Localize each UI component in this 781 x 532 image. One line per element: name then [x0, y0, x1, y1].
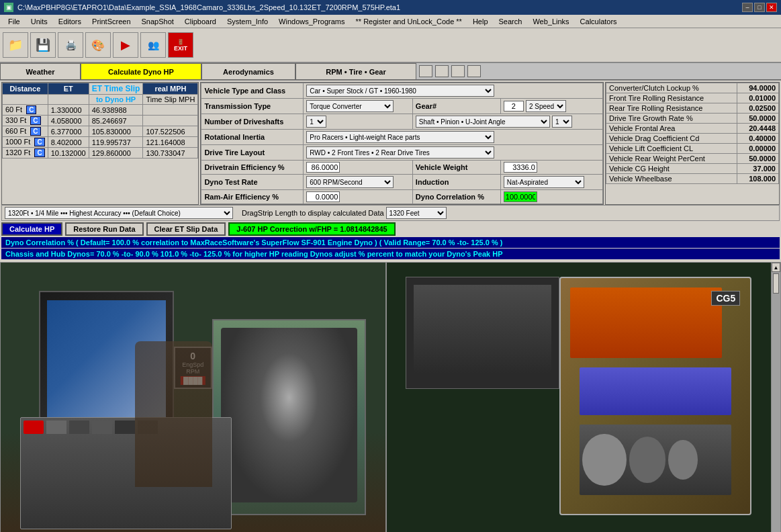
- print-icon[interactable]: 🖨️: [58, 32, 83, 58]
- tab-weather[interactable]: Weather: [0, 63, 81, 80]
- empty-cell2: [48, 95, 89, 105]
- et-table: Distance ET ET Time Slip real MPH to Dyn…: [1, 82, 199, 205]
- exit-button[interactable]: 🚪 EXIT: [168, 32, 193, 58]
- dragstrip-row-label: 1320Ft • 1/4 Mile ••• Highest Accuracy •…: [5, 207, 233, 219]
- save-icon[interactable]: 💾: [30, 32, 56, 58]
- tab-aero[interactable]: Aerodynamics: [201, 63, 295, 80]
- restore-button[interactable]: Restore Run Data: [65, 222, 143, 236]
- row-60ft-slip: 46.938988: [89, 105, 143, 116]
- clear-button[interactable]: Clear ET Slip Data: [146, 222, 226, 236]
- shaft-num-select[interactable]: 1: [552, 116, 572, 128]
- tab-rpm[interactable]: RPM • Tire • Gear: [295, 63, 416, 80]
- menu-register[interactable]: ** Register and UnLock_Code **: [351, 17, 467, 26]
- section-top: Distance ET ET Time Slip real MPH to Dyn…: [1, 82, 780, 205]
- vehicle-frontal-label: Vehicle Frontal Area: [606, 124, 737, 134]
- color-icon[interactable]: 🎨: [85, 32, 111, 58]
- tab-btn-1[interactable]: [419, 65, 432, 77]
- console-btn-5: [115, 420, 135, 434]
- ram-air-input[interactable]: [306, 191, 340, 202]
- menu-snapshot[interactable]: SnapShot: [136, 17, 179, 26]
- tab-btn-4[interactable]: [467, 65, 481, 77]
- menu-clipboard[interactable]: Clipboard: [179, 17, 222, 26]
- menu-bar: File Units Editors PrintScreen SnapShot …: [0, 15, 781, 28]
- gear-value-cell: 2 Speed: [500, 99, 602, 114]
- real-mph-header: real MPH: [143, 83, 198, 95]
- row-330ft-et: 4.058000: [48, 116, 89, 126]
- menu-help[interactable]: Help: [467, 17, 494, 26]
- photo-engine-bay: [212, 319, 366, 516]
- row-1000ft-slip: 119.995737: [89, 137, 143, 148]
- vehicle-lift-value: 0.00000: [737, 144, 778, 154]
- console-btn-1: [24, 420, 44, 434]
- row-1000ft-dist: 1000 Ft C: [3, 137, 48, 148]
- drivetrain-eff-label: Drivetrain Efficiency %: [201, 161, 304, 175]
- engine-bay-left: [406, 277, 559, 389]
- row-1320ft-et: 10.132000: [48, 148, 89, 159]
- row-330ft-dist: 330 Ft C: [3, 116, 48, 126]
- menu-sysinfo[interactable]: System_Info: [222, 17, 273, 26]
- row-60ft-et: 1.330000: [48, 105, 89, 116]
- menu-search[interactable]: Search: [494, 17, 528, 26]
- tab-calc[interactable]: Calculate Dyno HP: [81, 63, 201, 80]
- maximize-button[interactable]: □: [754, 3, 765, 12]
- rot-inertia-select[interactable]: Pro Racers • Light-weight Race parts: [306, 131, 494, 143]
- vehicle-cg-label: Vehicle CG Height: [606, 164, 737, 174]
- scroll-up-arrow[interactable]: ▲: [772, 263, 780, 272]
- menu-printscreen[interactable]: PrintScreen: [87, 17, 136, 26]
- dragstrip-accuracy-select[interactable]: 1320Ft • 1/4 Mile ••• Highest Accuracy •…: [5, 207, 233, 219]
- vehicle-type-select[interactable]: Car • Super Stock / GT • 1960-1980: [306, 85, 494, 97]
- c-btn-1320ft[interactable]: C: [34, 148, 44, 157]
- row-330ft-slip: 85.246697: [89, 116, 143, 126]
- menu-file[interactable]: File: [3, 17, 26, 26]
- play-icon[interactable]: ▶: [113, 32, 138, 58]
- vehicle-weight-input[interactable]: [504, 162, 537, 173]
- vehicle-drag-value: 0.40000: [737, 134, 778, 144]
- status-text-2: Chassis and Hub Dynos= 70.0 % -to- 90.0 …: [5, 250, 503, 258]
- vehicle-type-label: Vehicle Type and Class: [201, 83, 304, 99]
- menu-weblinks[interactable]: Web_Links: [527, 17, 574, 26]
- drivetrain-eff-value: [304, 161, 413, 175]
- menu-calculators[interactable]: Calculators: [575, 17, 623, 26]
- dyno-test-label: Dyno Test Rate: [201, 175, 304, 190]
- folder-icon[interactable]: 📁: [3, 32, 28, 58]
- exhaust-headers: [570, 287, 722, 358]
- calculate-button[interactable]: Calculate HP: [1, 222, 62, 236]
- vehicle-rear-weight-label: Vehicle Rear Weight PerCent: [606, 154, 737, 164]
- menu-winprog[interactable]: Windows_Programs: [273, 17, 350, 26]
- gear-input[interactable]: [504, 101, 524, 112]
- menu-units[interactable]: Units: [26, 17, 53, 26]
- row-660ft-dist: 660 Ft C: [3, 126, 48, 137]
- tab-btn-3[interactable]: [451, 65, 465, 77]
- tab-btn-2[interactable]: [435, 65, 449, 77]
- tab-row: Weather Calculate Dyno HP Aerodynamics R…: [0, 63, 781, 81]
- driveshafts-select[interactable]: 1: [306, 116, 326, 128]
- pulley-2: [629, 437, 665, 482]
- induction-label: Induction: [412, 175, 500, 190]
- minimize-button[interactable]: –: [742, 3, 753, 12]
- c-btn-1000ft[interactable]: C: [34, 138, 44, 146]
- c-btn-660ft[interactable]: C: [30, 127, 40, 136]
- gear-speed-select[interactable]: 2 Speed: [526, 100, 566, 112]
- console-btn-3: [69, 420, 89, 434]
- trans-type-select[interactable]: Torque Converter: [306, 100, 394, 112]
- menu-editors[interactable]: Editors: [53, 17, 87, 26]
- drive-tire-select[interactable]: RWD • 2 Front Tires • 2 Rear Drive Tires: [306, 146, 494, 159]
- vehicle-frontal-value: 20.4448: [737, 124, 778, 134]
- row-1000ft-mph: 121.164008: [143, 137, 198, 148]
- scroll-thumb[interactable]: [773, 273, 779, 294]
- scroll-track: [772, 272, 780, 532]
- dragstrip-length-select[interactable]: 1320 Feet: [386, 207, 447, 219]
- dyno-test-select[interactable]: 600 RPM/Second: [306, 176, 394, 188]
- users-icon[interactable]: 👥: [140, 32, 166, 58]
- row-1320ft-slip: 129.860000: [89, 148, 143, 159]
- dyno-corr-input[interactable]: [504, 191, 537, 202]
- drivetrain-eff-input[interactable]: [306, 162, 340, 173]
- c-btn-330ft[interactable]: C: [30, 116, 40, 125]
- close-button[interactable]: ✕: [766, 3, 777, 12]
- photo-engine-detail: [221, 328, 357, 502]
- photo-workshop: 0 EngSpdRPM ████: [1, 263, 385, 532]
- title-bar: ▣ C:\MaxPBHP8G\ETAPRO1\Data\Example_SSIA…: [0, 0, 781, 15]
- shaft-type-select[interactable]: Shaft • Pinion • U-Joint Angle: [416, 116, 550, 128]
- c-btn-60ft[interactable]: C: [26, 105, 36, 114]
- induction-select[interactable]: Nat-Aspirated: [504, 176, 584, 188]
